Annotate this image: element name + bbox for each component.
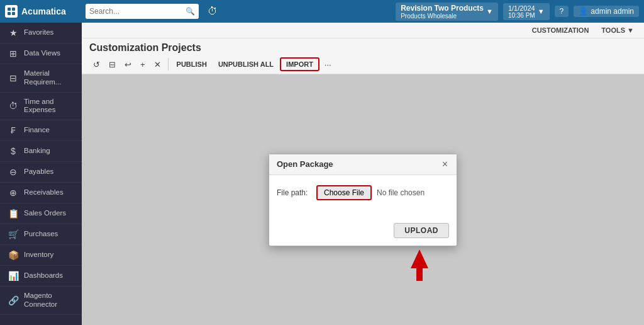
sidebar-label-time: Time and Expenses: [24, 98, 74, 115]
upload-button[interactable]: UPLOAD: [394, 223, 449, 238]
search-box[interactable]: 🔍: [86, 4, 199, 19]
sidebar-label-inventory: Inventory: [24, 251, 53, 259]
file-path-label: File path:: [277, 188, 311, 197]
svg-rect-1: [12, 8, 15, 11]
delete-button[interactable]: ✕: [150, 58, 165, 71]
sidebar-label-dashboards: Dashboards: [24, 271, 63, 280]
sidebar-item-payables[interactable]: ⊖ Payables: [0, 162, 82, 183]
modal-title: Open Package: [277, 159, 333, 169]
sidebar-item-dashboards[interactable]: 📊 Dashboards: [0, 266, 82, 287]
publish-button[interactable]: PUBLISH: [172, 59, 212, 70]
tools-button[interactable]: TOOLS ▼: [596, 25, 639, 35]
company-name: Revision Two Products Products Wholesale: [401, 4, 484, 20]
page-title: Customization Projects: [89, 42, 636, 54]
unpublish-all-button[interactable]: UNPUBLISH ALL: [213, 59, 279, 70]
sidebar-item-magento[interactable]: 🔗 Magento Connector: [0, 287, 82, 315]
help-button[interactable]: ?: [555, 6, 569, 17]
material-icon: ⊟: [8, 73, 19, 83]
magento-icon: 🔗: [8, 295, 19, 305]
company-dropdown-icon: ▼: [486, 8, 493, 15]
modal-header: Open Package ×: [269, 154, 457, 175]
customization-button[interactable]: CUSTOMIZATION: [527, 25, 594, 35]
sidebar-label-sales: Sales Orders: [24, 209, 66, 218]
sidebar-item-receivables[interactable]: ⊕ Receivables: [0, 183, 82, 203]
sidebar-item-sales-orders[interactable]: 📋 Sales Orders: [0, 203, 82, 224]
sidebar-item-banking[interactable]: $ Banking: [0, 141, 82, 162]
toolbar: ↺ ⊟ ↩ + ✕ PUBLISH UNPUBLISH ALL IMPORT: [89, 57, 636, 74]
sidebar-label-magento: Magento Connector: [24, 292, 74, 309]
logo-icon: [5, 5, 18, 18]
sidebar-item-purchases[interactable]: 🛒 Purchases: [0, 224, 82, 245]
dashboards-icon: 📊: [8, 271, 19, 281]
sidebar-label-payables: Payables: [24, 168, 53, 176]
more-button[interactable]: ···: [321, 58, 335, 71]
copy-button[interactable]: ⊟: [105, 58, 119, 71]
user-menu-button[interactable]: 👤 admin admin: [574, 6, 639, 17]
sidebar-label-purchases: Purchases: [24, 230, 58, 239]
svg-rect-3: [12, 12, 15, 15]
choose-file-button[interactable]: Choose File: [316, 185, 372, 200]
content-header: Customization Projects ↺ ⊟ ↩ + ✕ PUB: [82, 38, 644, 74]
arrow-indicator: [382, 249, 457, 281]
delete-icon: ✕: [154, 60, 161, 69]
refresh-icon: ↺: [93, 60, 100, 69]
main-layout: ★ Favorites ⊞ Data Views ⊟ Material Requ…: [0, 23, 644, 325]
content-area: CUSTOMIZATION TOOLS ▼ Customization Proj…: [82, 23, 644, 325]
banking-icon: $: [8, 146, 19, 156]
logo-text: Acumatica: [21, 6, 66, 16]
add-button[interactable]: +: [136, 58, 149, 71]
tools-dropdown-icon: ▼: [627, 26, 634, 34]
finance-icon: ₣: [8, 125, 19, 135]
no-file-text: No file chosen: [377, 188, 425, 197]
open-package-modal: Open Package × File path: Choose File No…: [269, 154, 457, 246]
date-dropdown-icon: ▼: [538, 8, 545, 15]
import-button[interactable]: IMPORT: [280, 57, 319, 71]
sidebar-label-material: Material Requirem...: [24, 69, 74, 87]
modal-footer: UPLOAD: [269, 218, 457, 246]
sidebar-label-banking: Banking: [24, 147, 50, 156]
sidebar-more[interactable]: ...: [0, 315, 82, 325]
receivables-icon: ⊕: [8, 188, 19, 198]
search-icon: 🔍: [186, 7, 195, 16]
modal-close-button[interactable]: ×: [441, 159, 449, 169]
undo-icon: ↩: [125, 60, 131, 69]
date-time: 1/1/2024 10:36 PM: [508, 4, 535, 19]
sidebar-item-finance[interactable]: ₣ Finance: [0, 120, 82, 141]
add-icon: +: [140, 60, 145, 69]
date-selector[interactable]: 1/1/2024 10:36 PM ▼: [503, 3, 550, 20]
arrow-shaft: [416, 268, 423, 281]
file-path-row: File path: Choose File No file chosen: [277, 185, 449, 200]
user-icon: 👤: [579, 7, 588, 16]
svg-rect-2: [8, 12, 11, 15]
sidebar-item-favorites[interactable]: ★ Favorites: [0, 23, 82, 43]
top-header: Acumatica 🔍 ⏱ Revision Two Products Prod…: [0, 0, 644, 23]
refresh-button[interactable]: ↺: [89, 58, 104, 71]
search-input[interactable]: [89, 7, 186, 16]
sidebar-item-inventory[interactable]: 📦 Inventory: [0, 245, 82, 266]
modal-container: Open Package × File path: Choose File No…: [269, 154, 457, 246]
sidebar-label-favorites: Favorites: [24, 28, 53, 37]
modal-body: File path: Choose File No file chosen: [269, 175, 457, 218]
top-nav-bar: CUSTOMIZATION TOOLS ▼: [82, 23, 644, 38]
app-logo[interactable]: Acumatica: [5, 5, 80, 18]
arrow-up-icon: [411, 249, 428, 268]
history-button[interactable]: ⏱: [204, 4, 221, 18]
sales-icon: 📋: [8, 208, 19, 219]
sidebar-item-material[interactable]: ⊟ Material Requirem...: [0, 64, 82, 93]
sidebar: ★ Favorites ⊞ Data Views ⊟ Material Requ…: [0, 23, 82, 325]
company-selector[interactable]: Revision Two Products Products Wholesale…: [396, 3, 498, 21]
copy-icon: ⊟: [109, 60, 116, 69]
sidebar-item-time-expenses[interactable]: ⏱ Time and Expenses: [0, 93, 82, 121]
data-views-icon: ⊞: [8, 48, 19, 59]
modal-overlay: Open Package × File path: Choose File No…: [82, 74, 644, 325]
main-area: Open Package × File path: Choose File No…: [82, 74, 644, 325]
undo-button[interactable]: ↩: [121, 58, 135, 71]
favorites-icon: ★: [8, 28, 19, 38]
sidebar-item-data-views[interactable]: ⊞ Data Views: [0, 43, 82, 64]
payables-icon: ⊖: [8, 167, 19, 177]
header-right: Revision Two Products Products Wholesale…: [396, 3, 639, 21]
header-center: ⏱: [204, 4, 391, 18]
sidebar-label-finance: Finance: [24, 126, 50, 135]
svg-rect-0: [8, 8, 11, 11]
time-icon: ⏱: [8, 101, 19, 111]
